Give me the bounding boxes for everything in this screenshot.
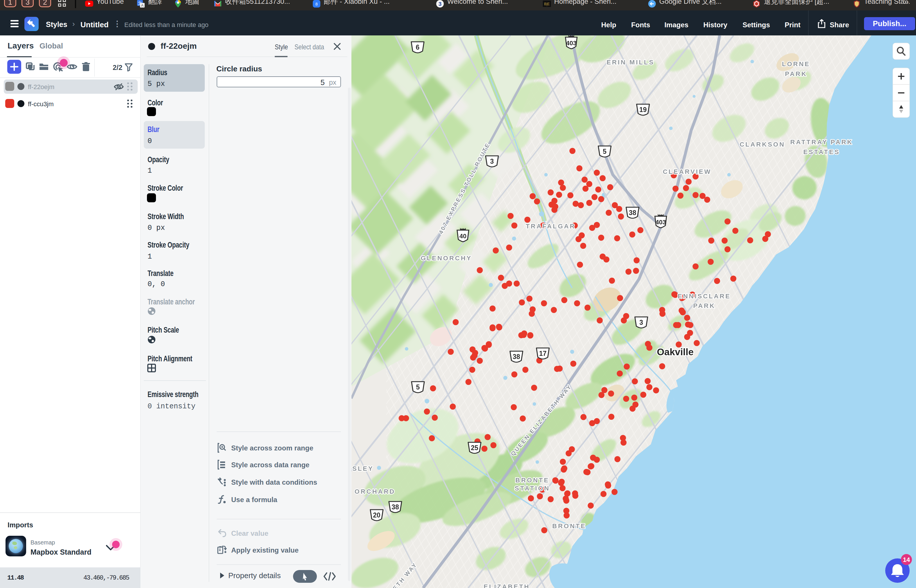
svg-text:PARK: PARK bbox=[693, 302, 715, 309]
svg-text:TRAFALGAR: TRAFALGAR bbox=[526, 223, 576, 230]
svg-text:BRONTE: BRONTE bbox=[516, 477, 549, 484]
svg-text:ESTATES: ESTATES bbox=[803, 148, 840, 155]
svg-text:A: A bbox=[141, 3, 144, 8]
svg-text:LORNE: LORNE bbox=[782, 60, 810, 68]
svg-text:ERIN MILLS: ERIN MILLS bbox=[607, 59, 655, 66]
svg-text:ELIZABETH: ELIZABETH bbox=[484, 583, 530, 588]
svg-text:GLENORCHY: GLENORCHY bbox=[421, 255, 472, 262]
svg-text:BRONTE: BRONTE bbox=[552, 522, 586, 530]
svg-text:38: 38 bbox=[513, 353, 520, 360]
svg-text:STATION: STATION bbox=[515, 485, 550, 492]
svg-text:403: 403 bbox=[566, 39, 577, 47]
svg-text:8: 8 bbox=[316, 2, 318, 6]
svg-text:38: 38 bbox=[629, 209, 636, 216]
svg-text:5: 5 bbox=[416, 383, 420, 391]
svg-text:PARK: PARK bbox=[785, 70, 808, 78]
svg-text:17: 17 bbox=[539, 350, 547, 357]
svg-text:403: 403 bbox=[655, 218, 666, 226]
svg-text:6: 6 bbox=[416, 44, 420, 51]
svg-text:RATTRAY PARK: RATTRAY PARK bbox=[790, 139, 853, 146]
svg-text:ENNISCLARE: ENNISCLARE bbox=[678, 292, 731, 300]
svg-text:CLEARVIEW: CLEARVIEW bbox=[663, 168, 712, 175]
svg-text:3: 3 bbox=[490, 158, 494, 165]
svg-text:CLARKSON: CLARKSON bbox=[740, 141, 785, 148]
svg-text:5: 5 bbox=[603, 148, 607, 155]
svg-text:19: 19 bbox=[639, 106, 647, 113]
svg-text:40: 40 bbox=[460, 233, 466, 240]
svg-text:ORCHARD: ORCHARD bbox=[354, 488, 395, 495]
svg-text:20: 20 bbox=[373, 511, 380, 519]
svg-text:14: 14 bbox=[903, 556, 910, 563]
svg-text:3: 3 bbox=[439, 1, 442, 7]
svg-text:38: 38 bbox=[392, 503, 399, 511]
svg-text:Oakville: Oakville bbox=[657, 347, 694, 357]
svg-text:3: 3 bbox=[639, 319, 643, 326]
svg-text:25: 25 bbox=[471, 444, 478, 452]
svg-text:B|E: B|E bbox=[544, 2, 549, 6]
svg-text:NSLEY: NSLEY bbox=[351, 465, 374, 472]
